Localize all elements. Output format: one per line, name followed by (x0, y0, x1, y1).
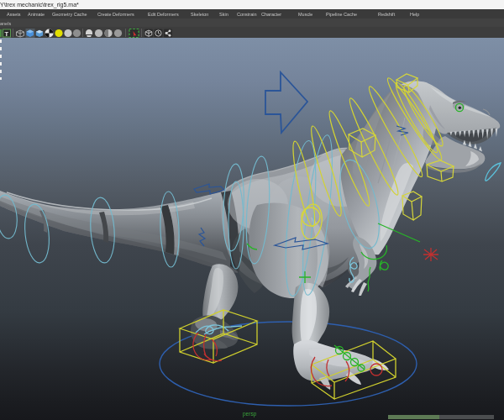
svg-text:Animate: Animate (28, 12, 45, 17)
svg-text:T: T (5, 30, 9, 38)
svg-text:anels: anels (0, 21, 11, 26)
svg-text:Redshift: Redshift (378, 12, 396, 17)
svg-text:Character: Character (261, 12, 281, 17)
svg-text:Y\trex mechanic\trex_rig5.ma*: Y\trex mechanic\trex_rig5.ma* (0, 2, 79, 8)
svg-text:Geometry Cache: Geometry Cache (52, 12, 87, 17)
svg-text:Skeleton: Skeleton (191, 12, 208, 17)
svg-text:Pipeline Cache: Pipeline Cache (326, 12, 357, 17)
svg-text:Muscle: Muscle (298, 12, 312, 17)
svg-text:Create Deformers: Create Deformers (97, 12, 134, 17)
svg-text:Constrain: Constrain (237, 12, 257, 17)
svg-text:Assets: Assets (7, 12, 21, 17)
svg-text:Edit Deformers: Edit Deformers (148, 12, 179, 17)
svg-text:Help: Help (410, 12, 419, 17)
svg-text:persp: persp (243, 411, 257, 417)
svg-text:Skin: Skin (219, 12, 228, 17)
